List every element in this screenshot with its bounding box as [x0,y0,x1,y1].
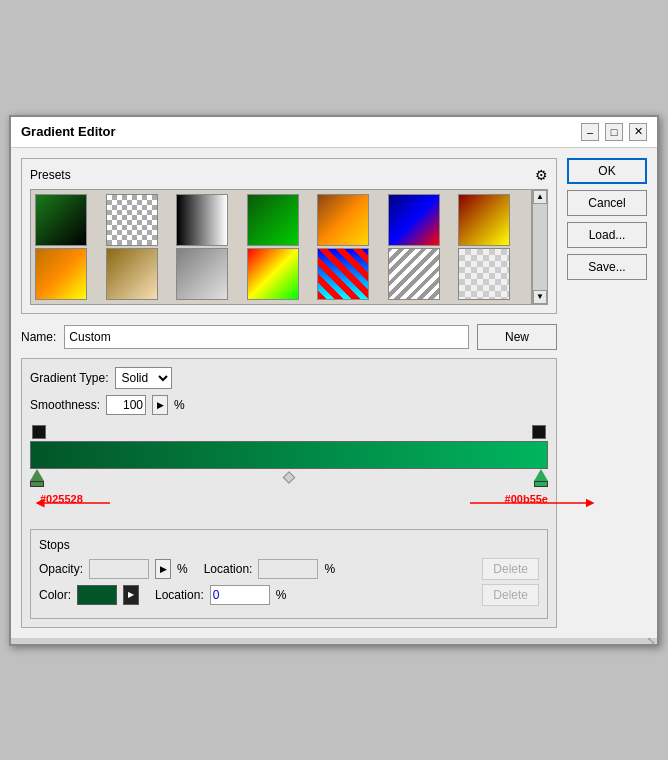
gradient-midpoint[interactable] [283,471,296,484]
left-panel: Presets ⚙ [21,158,557,628]
gradient-type-row: Gradient Type: Solid Noise [30,367,548,389]
save-button[interactable]: Save... [567,254,647,280]
gradient-bar[interactable] [30,441,548,469]
color-location-unit: % [276,588,287,602]
preset-swatch-6[interactable] [388,194,440,246]
annotations-area: #025528 #00b55e [30,493,548,523]
scroll-up-arrow[interactable]: ▲ [533,190,547,204]
smoothness-label: Smoothness: [30,398,100,412]
preset-swatch-4[interactable] [247,194,299,246]
annotation-arrows [30,493,548,523]
gradient-section: Gradient Type: Solid Noise Smoothness: ▶… [21,358,557,628]
preset-swatch-7[interactable] [458,194,510,246]
opacity-stop-left[interactable] [32,425,46,439]
stops-section: Stops Opacity: ▶ % Location: % Delete [30,529,548,619]
preset-swatch-5[interactable] [317,194,369,246]
new-button[interactable]: New [477,324,557,350]
opacity-location-unit: % [324,562,335,576]
title-bar: Gradient Editor – □ ✕ [11,117,657,148]
smoothness-input[interactable] [106,395,146,415]
opacity-location-label: Location: [204,562,253,576]
minimize-button[interactable]: – [581,123,599,141]
resize-handle[interactable]: ⤡ [11,638,657,644]
color-delete-button[interactable]: Delete [482,584,539,606]
preset-swatch-1[interactable] [35,194,87,246]
presets-section: Presets ⚙ [21,158,557,314]
opacity-label: Opacity: [39,562,83,576]
stops-label: Stops [39,538,539,552]
color-arrow-button[interactable]: ▶ [123,585,139,605]
name-label: Name: [21,330,56,344]
smoothness-unit: % [174,398,185,412]
load-button[interactable]: Load... [567,222,647,248]
dialog-title: Gradient Editor [21,124,116,139]
color-stops-area [30,469,548,493]
opacity-arrow[interactable]: ▶ [155,559,171,579]
presets-scrollbar[interactable]: ▲ ▼ [532,189,548,305]
color-location-label: Location: [155,588,204,602]
resize-icon: ⤡ [647,635,655,646]
scroll-down-arrow[interactable]: ▼ [533,290,547,304]
opacity-unit: % [177,562,188,576]
preset-swatch-3[interactable] [176,194,228,246]
gradient-bar-area: #025528 #00b55e [30,421,548,523]
opacity-location-input[interactable] [258,559,318,579]
window-controls: – □ ✕ [581,123,647,141]
preset-swatch-13[interactable] [388,248,440,300]
presets-grid [30,189,532,305]
opacity-stops-row: Opacity: ▶ % Location: % Delete [39,558,539,580]
name-input[interactable] [64,325,469,349]
ok-button[interactable]: OK [567,158,647,184]
smoothness-arrow[interactable]: ▶ [152,395,168,415]
name-row: Name: New [21,324,557,350]
dialog-body: Presets ⚙ [11,148,657,638]
cancel-button[interactable]: Cancel [567,190,647,216]
preset-swatch-9[interactable] [106,248,158,300]
right-panel: OK Cancel Load... Save... [557,158,647,628]
maximize-button[interactable]: □ [605,123,623,141]
preset-swatch-14[interactable] [458,248,510,300]
gradient-type-select[interactable]: Solid Noise [115,367,172,389]
preset-swatch-12[interactable] [317,248,369,300]
color-stop-right[interactable] [534,469,548,487]
presets-header: Presets ⚙ [30,167,548,183]
presets-grid-container: ▲ ▼ [30,189,548,305]
gradient-type-label: Gradient Type: [30,371,109,385]
opacity-stops-area [30,421,548,441]
preset-swatch-11[interactable] [247,248,299,300]
annotation-right-label: #00b55e [505,493,548,505]
presets-label: Presets [30,168,71,182]
preset-swatch-10[interactable] [176,248,228,300]
color-location-input[interactable] [210,585,270,605]
annotation-left-label: #025528 [40,493,83,505]
smoothness-row: Smoothness: ▶ % [30,395,548,415]
color-label: Color: [39,588,71,602]
opacity-input[interactable] [89,559,149,579]
gear-icon[interactable]: ⚙ [535,167,548,183]
opacity-delete-button[interactable]: Delete [482,558,539,580]
color-stop-left[interactable] [30,469,44,487]
preset-swatch-2[interactable] [106,194,158,246]
opacity-stop-right[interactable] [532,425,546,439]
close-button[interactable]: ✕ [629,123,647,141]
color-stops-row: Color: ▶ Location: % Delete [39,584,539,606]
color-swatch[interactable] [77,585,117,605]
preset-swatch-8[interactable] [35,248,87,300]
gradient-editor-dialog: Gradient Editor – □ ✕ Presets ⚙ [9,115,659,646]
